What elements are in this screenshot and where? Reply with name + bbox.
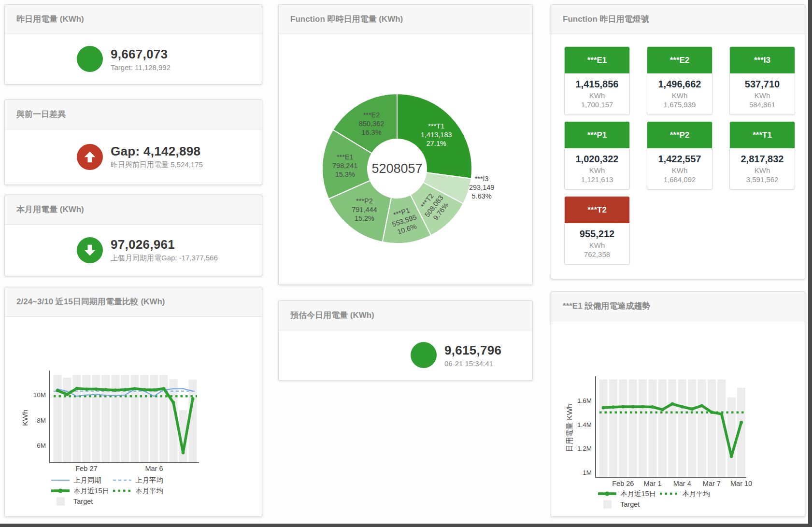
device-tile-name: ***P1 [565,122,629,148]
legend-label: Target [620,500,640,508]
device-tile[interactable]: ***T2 955,212 KWh 762,358 [564,196,630,265]
device-tile-name: ***T1 [730,122,795,148]
card-month-header: 本月用電量 (KWh) [5,195,262,225]
series-point [681,405,684,409]
comparison-chart[interactable]: 6M8M10MFeb 27Mar 6KWh上月同期上月平均本月近15日本月平均T… [5,287,262,516]
card-trend-title: ***E1 設備用電達成趨勢 [551,292,805,321]
device-tile-unit: KWh [565,241,629,249]
device-tile-value: 1,020,322 [565,154,629,165]
yesterday-target: Target: 11,128,992 [111,63,171,71]
green-status-circle-icon [411,342,437,368]
legend-label: 本月近15日 [620,490,656,498]
device-tile-unit: KWh [565,166,629,174]
y-tick-label: 1M [583,469,592,476]
x-tick-label: Feb 27 [75,465,97,472]
card-yesterday-usage: 昨日用電量 (KWh) 9,667,073 Target: 11,128,992 [4,4,262,85]
series-point [690,407,694,411]
series-point [730,455,733,458]
card-gap-prev-day: 與前一日差異 Gap: 4,142,898 昨日與前日用電量 5,524,175 [4,100,262,185]
target-bar [609,379,617,477]
device-tile-name: ***I3 [730,47,795,73]
card-month-usage: 本月用電量 (KWh) 97,026,961 上個月同期用電Gap: -17,3… [4,195,262,276]
x-tick-label: Feb 26 [612,480,634,487]
card-lights-title: Function 昨日用電燈號 [551,5,805,34]
legend-target-swatch [603,500,612,509]
legend-label: 本月平均 [135,487,163,495]
month-subtitle: 上個月同期用電Gap: -17,377,566 [111,254,218,263]
card-comparison-header: 2/24~3/10 近15日同期用電量比較 (KWh) [5,287,262,317]
device-tile-value: 2,817,832 [730,154,795,165]
legend-label: 本月平均 [682,490,710,498]
target-bar [102,375,110,463]
device-tile-name: ***E1 [565,47,629,73]
series-point [720,413,723,416]
estimate-timestamp: 06-21 15:34:41 [444,359,501,368]
device-tile[interactable]: ***P1 1,020,322 KWh 1,121,613 [564,121,630,190]
series-point [641,405,644,409]
card-donut-title: Function 即時日用電量 (KWh) [279,5,532,34]
y-tick-label: 1.6M [577,397,592,404]
device-tile-target: 3,591,562 [730,175,795,184]
e1-trend-chart[interactable]: 1M1.2M1.4M1.6MFeb 26Mar 1Mar 4Mar 7Mar 1… [551,292,805,516]
target-bar [629,379,637,477]
card-yesterday-title: 昨日用電量 (KWh) [5,5,262,34]
device-tile-name: ***P2 [647,122,712,148]
series-point [104,388,108,391]
legend-label: 本月近15日 [73,487,109,495]
legend-target-swatch [57,498,65,506]
device-tile-unit: KWh [730,91,795,100]
series-point [133,387,137,390]
series-point [612,405,615,409]
series-point [114,388,117,392]
device-tile-grid: ***E1 1,415,856 KWh 1,700,157 ***E2 1,49… [564,46,795,265]
card-today-estimate: 預估今日用電量 (KWh) 9,615,796 06-21 15:34:41 [278,300,533,381]
series-point [162,387,166,390]
realtime-usage-donut[interactable]: ***T11,413,18327.1%***I3293,1495.63%***T… [279,5,532,285]
target-bar [150,375,158,463]
device-tile[interactable]: ***I3 537,710 KWh 584,861 [729,46,795,115]
legend-label: Target [73,498,93,505]
target-bar [649,379,657,477]
card-month-title: 本月用電量 (KWh) [5,195,262,224]
target-bar [141,375,149,463]
down-arrow-icon [77,237,103,263]
series-point [661,408,664,412]
device-tile[interactable]: ***E2 1,496,662 KWh 1,675,939 [647,46,712,115]
yesterday-stat: 9,667,073 Target: 11,128,992 [77,34,171,84]
device-tile[interactable]: ***T1 2,817,832 KWh 3,591,562 [729,121,795,190]
series-point [670,402,674,406]
estimate-stat: 9,615,796 06-21 15:34:41 [411,330,501,380]
card-estimate-header: 預估今日用電量 (KWh) [279,301,532,330]
y-tick-label: 10M [33,391,46,399]
y-tick-label: 6M [37,442,46,449]
target-bar [688,379,696,477]
series-point [651,405,655,409]
device-tile-target: 1,684,092 [647,175,712,184]
x-tick-label: Mar 10 [730,480,752,487]
device-tile[interactable]: ***P2 1,422,557 KWh 1,684,092 [647,121,712,190]
legend-point [58,489,63,493]
month-stat: 97,026,961 上個月同期用電Gap: -17,377,566 [77,224,218,276]
gap-subtitle: 昨日與前日用電量 5,524,175 [111,160,203,170]
device-tile-target: 1,675,939 [647,100,712,109]
window-edge-right [808,0,812,527]
device-tile-unit: KWh [647,166,712,174]
series-point [85,387,88,391]
gap-value: Gap: 4,142,898 [111,144,203,159]
target-bar [698,379,706,477]
device-tile-value: 1,415,856 [565,79,629,90]
series-point [710,411,713,414]
target-bar [619,379,627,477]
dashboard-page: 昨日用電量 (KWh) 9,667,073 Target: 11,128,992… [0,0,812,527]
card-lights-header: Function 昨日用電燈號 [551,5,805,34]
series-point [95,387,98,391]
device-tile-target: 584,861 [730,100,795,109]
device-tile[interactable]: ***E1 1,415,856 KWh 1,700,157 [564,46,630,115]
card-donut-header: Function 即時日用電量 (KWh) [279,5,532,34]
series-point [75,387,79,390]
target-bar [599,379,608,477]
card-gap-header: 與前一日差異 [5,100,262,129]
card-trend-header: ***E1 設備用電達成趨勢 [551,292,805,321]
window-edge-bottom [0,524,812,527]
month-value: 97,026,961 [111,237,218,252]
